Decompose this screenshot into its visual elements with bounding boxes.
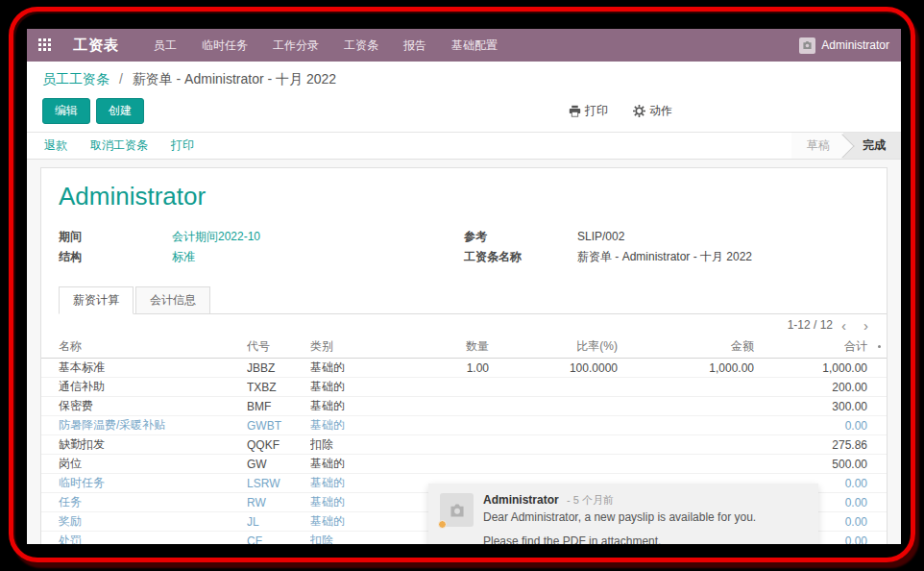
action-menu[interactable]: 动作 (633, 103, 672, 119)
col-total: 合计 (758, 338, 871, 355)
cell-code: RW (247, 496, 310, 509)
cell-category: 基础的 (310, 494, 374, 510)
pager-next-icon[interactable]: › (855, 317, 877, 334)
cell-category: 扣除 (310, 436, 374, 453)
col-code: 代号 (247, 338, 310, 355)
cell-code: BMF (247, 400, 310, 413)
field-label-structure: 结构 (59, 247, 172, 267)
cell-name: 岗位 (41, 456, 247, 472)
pager: 1-12 / 12 ‹ › (41, 314, 887, 335)
cell-code: TXBZ (247, 381, 310, 394)
nav-item-temp-tasks[interactable]: 临时任务 (202, 37, 248, 54)
cell-category: 基础的 (310, 398, 374, 414)
gear-icon (633, 105, 645, 117)
printer-icon (569, 105, 581, 117)
field-value-reference: SLIP/002 (577, 227, 624, 247)
cell-amount: 1,000.00 (621, 361, 758, 375)
cell-name: 任务 (41, 494, 247, 510)
col-name: 名称 (41, 338, 247, 355)
cell-category: 基础的 (310, 360, 374, 376)
tab-accounting-info[interactable]: 会计信息 (135, 286, 210, 313)
misc-actions: 打印 动作 (544, 103, 672, 119)
pager-range: 1-12 / 12 (788, 318, 833, 332)
col-quantity: 数量 (374, 338, 493, 355)
cell-category: 扣除 (310, 533, 374, 544)
field-label-payslip-name: 工资条名称 (464, 247, 577, 267)
workflow-bar: 退款 取消工资条 打印 草稿 完成 (27, 132, 901, 160)
cancel-payslip-link[interactable]: 取消工资条 (90, 137, 148, 154)
edit-button[interactable]: 编辑 (42, 98, 90, 124)
breadcrumb: 员工工资条 / 薪资单 - Administrator - 十月 2022 (27, 62, 901, 92)
cell-name: 缺勤扣发 (41, 436, 247, 453)
cell-code: CF (247, 534, 310, 545)
cell-category: 基础的 (310, 456, 374, 472)
cell-category: 基础的 (310, 513, 374, 530)
cell-category: 基础的 (310, 417, 374, 434)
table-row[interactable]: 保密费 BMF 基础的 300.00 (41, 397, 887, 416)
app-title[interactable]: 工资表 (73, 37, 119, 55)
field-value-structure[interactable]: 标准 (172, 247, 195, 267)
pager-prev-icon[interactable]: ‹ (833, 317, 855, 334)
cell-name: 临时任务 (41, 475, 247, 491)
print-link[interactable]: 打印 (171, 137, 194, 154)
field-value-payslip-name: 薪资单 - Administrator - 十月 2022 (577, 247, 752, 267)
print-menu[interactable]: 打印 (569, 103, 608, 119)
chatter-message: Administrator - 5 个月前 Dear Administrator… (428, 491, 818, 544)
record-title: Administrator (41, 182, 887, 211)
notebook-tabs: 薪资计算 会计信息 (59, 286, 887, 314)
apps-grid-icon[interactable] (38, 38, 53, 53)
status-bar: 草稿 完成 (791, 133, 901, 159)
cell-name: 处罚 (41, 533, 247, 544)
cell-total: 0.00 (758, 419, 871, 433)
cell-total: 275.86 (758, 438, 871, 452)
table-row[interactable]: 通信补助 TXBZ 基础的 200.00 (41, 378, 887, 397)
col-category: 类别 (310, 338, 374, 355)
online-status-dot (438, 520, 447, 529)
message-line: Please find the PDF in attachment. (483, 534, 807, 544)
cell-total: 300.00 (758, 400, 871, 413)
cell-code: GW (247, 458, 310, 471)
cell-code: GWBT (247, 419, 310, 433)
message-author[interactable]: Administrator (483, 493, 559, 507)
stage-draft[interactable]: 草稿 (791, 133, 843, 159)
nav-item-payslips[interactable]: 工资条 (344, 37, 378, 54)
app-window: 工资表 员工 临时任务 工作分录 工资条 报告 基础配置 Administrat… (27, 29, 901, 544)
table-row[interactable]: 基本标准 JBBZ 基础的 1.00 100.0000 1,000.00 1,0… (41, 359, 887, 378)
table-options-icon[interactable] (871, 345, 887, 348)
table-row[interactable]: 防暑降温费/采暖补贴 GWBT 基础的 0.00 (41, 416, 887, 435)
cell-rate: 100.0000 (493, 361, 621, 375)
user-avatar-icon (799, 37, 815, 54)
cell-name: 保密费 (41, 398, 247, 414)
breadcrumb-parent-link[interactable]: 员工工资条 (42, 71, 109, 87)
user-menu[interactable]: Administrator (799, 37, 889, 54)
col-amount: 金额 (621, 338, 758, 355)
cell-code: JL (247, 515, 310, 529)
cell-total: 200.00 (758, 381, 871, 394)
cell-total: 1,000.00 (758, 361, 871, 375)
field-value-period[interactable]: 会计期间2022-10 (172, 227, 260, 247)
table-header-row: 名称 代号 类别 数量 比率(%) 金额 合计 (41, 335, 887, 359)
field-label-period: 期间 (59, 227, 172, 247)
cell-category: 基础的 (310, 475, 374, 491)
field-label-reference: 参考 (464, 227, 577, 247)
content-area: Administrator 期间 会计期间2022-10 结构 标准 参考 (27, 160, 901, 544)
cell-name: 防暑降温费/采暖补贴 (41, 417, 247, 434)
nav-item-work-entries[interactable]: 工作分录 (273, 37, 319, 54)
create-button[interactable]: 创建 (96, 98, 144, 124)
chatter-popup: Administrator - 5 个月前 Dear Administrator… (428, 484, 818, 544)
cell-code: LSRW (247, 477, 310, 490)
refund-link[interactable]: 退款 (44, 137, 67, 154)
nav-item-configuration[interactable]: 基础配置 (451, 37, 498, 54)
cell-name: 基本标准 (41, 360, 247, 376)
cell-quantity: 1.00 (374, 361, 493, 375)
nav-item-employees[interactable]: 员工 (154, 37, 177, 54)
table-row[interactable]: 岗位 GW 基础的 500.00 (41, 455, 887, 474)
tab-salary-computation[interactable]: 薪资计算 (59, 286, 134, 314)
cell-name: 通信补助 (41, 379, 247, 395)
cell-category: 基础的 (310, 379, 374, 395)
table-row[interactable]: 缺勤扣发 QQKF 扣除 275.86 (41, 435, 887, 455)
nav-item-reports[interactable]: 报告 (403, 37, 426, 54)
col-rate: 比率(%) (493, 338, 621, 355)
message-time: - 5 个月前 (567, 494, 614, 506)
cell-code: QQKF (247, 438, 310, 452)
